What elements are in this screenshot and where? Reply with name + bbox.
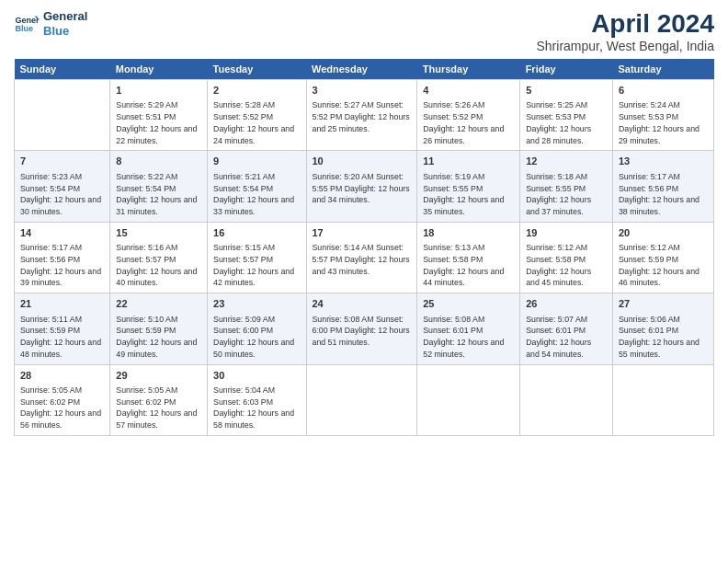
day-number: 23 [213, 297, 300, 311]
day-info: Sunrise: 5:19 AM Sunset: 5:55 PM Dayligh… [423, 171, 514, 218]
day-cell: 28Sunrise: 5:05 AM Sunset: 6:02 PM Dayli… [15, 364, 110, 435]
day-cell: 21Sunrise: 5:11 AM Sunset: 5:59 PM Dayli… [15, 293, 110, 364]
header-row: Sunday Monday Tuesday Wednesday Thursday… [15, 59, 714, 80]
svg-text:Blue: Blue [15, 24, 33, 33]
page: General Blue General Blue April 2024 Shr… [0, 0, 728, 563]
header: General Blue General Blue April 2024 Shr… [14, 9, 714, 53]
day-number: 5 [526, 84, 607, 98]
day-info: Sunrise: 5:05 AM Sunset: 6:02 PM Dayligh… [116, 385, 201, 431]
day-info: Sunrise: 5:07 AM Sunset: 6:01 PM Dayligh… [526, 314, 607, 361]
day-number: 22 [116, 297, 201, 311]
day-number: 11 [423, 155, 514, 168]
day-cell: 8Sunrise: 5:22 AM Sunset: 5:54 PM Daylig… [110, 151, 208, 222]
day-info: Sunrise: 5:27 AM Sunset: 5:52 PM Dayligh… [313, 99, 412, 134]
day-cell: 6Sunrise: 5:24 AM Sunset: 5:53 PM Daylig… [612, 80, 713, 151]
day-cell [417, 364, 520, 435]
calendar-table: Sunday Monday Tuesday Wednesday Thursday… [14, 59, 714, 436]
day-cell: 4Sunrise: 5:26 AM Sunset: 5:52 PM Daylig… [417, 80, 520, 151]
day-info: Sunrise: 5:15 AM Sunset: 5:57 PM Dayligh… [213, 242, 300, 289]
day-info: Sunrise: 5:09 AM Sunset: 6:00 PM Dayligh… [213, 314, 300, 361]
day-number: 2 [213, 84, 300, 98]
day-info: Sunrise: 5:08 AM Sunset: 6:00 PM Dayligh… [313, 314, 412, 349]
week-row-3: 14Sunrise: 5:17 AM Sunset: 5:56 PM Dayli… [15, 222, 714, 293]
week-row-2: 7Sunrise: 5:23 AM Sunset: 5:54 PM Daylig… [15, 151, 714, 222]
day-cell [15, 80, 110, 151]
day-info: Sunrise: 5:23 AM Sunset: 5:54 PM Dayligh… [20, 171, 104, 218]
day-cell: 17Sunrise: 5:14 AM Sunset: 5:57 PM Dayli… [306, 222, 417, 293]
day-cell: 15Sunrise: 5:16 AM Sunset: 5:57 PM Dayli… [110, 222, 208, 293]
day-info: Sunrise: 5:13 AM Sunset: 5:58 PM Dayligh… [423, 242, 514, 289]
col-monday: Monday [110, 59, 208, 80]
day-number: 29 [116, 369, 201, 383]
day-number: 30 [213, 369, 300, 383]
day-cell: 9Sunrise: 5:21 AM Sunset: 5:54 PM Daylig… [208, 151, 306, 222]
day-number: 14 [20, 226, 104, 240]
day-cell: 18Sunrise: 5:13 AM Sunset: 5:58 PM Dayli… [417, 222, 520, 293]
day-number: 19 [526, 226, 607, 240]
main-title: April 2024 [536, 9, 714, 39]
day-number: 28 [20, 369, 104, 383]
day-number: 20 [619, 226, 708, 240]
week-row-1: 1Sunrise: 5:29 AM Sunset: 5:51 PM Daylig… [15, 80, 714, 151]
day-cell: 29Sunrise: 5:05 AM Sunset: 6:02 PM Dayli… [110, 364, 208, 435]
day-info: Sunrise: 5:08 AM Sunset: 6:01 PM Dayligh… [423, 314, 514, 361]
day-cell: 1Sunrise: 5:29 AM Sunset: 5:51 PM Daylig… [110, 80, 208, 151]
day-info: Sunrise: 5:26 AM Sunset: 5:52 PM Dayligh… [423, 99, 514, 146]
day-number: 26 [526, 297, 607, 311]
week-row-5: 28Sunrise: 5:05 AM Sunset: 6:02 PM Dayli… [15, 364, 714, 435]
day-cell: 10Sunrise: 5:20 AM Sunset: 5:55 PM Dayli… [306, 151, 417, 222]
day-number: 10 [313, 155, 412, 168]
day-info: Sunrise: 5:25 AM Sunset: 5:53 PM Dayligh… [526, 99, 607, 146]
day-info: Sunrise: 5:06 AM Sunset: 6:01 PM Dayligh… [619, 314, 708, 361]
day-number: 16 [213, 226, 300, 240]
day-info: Sunrise: 5:10 AM Sunset: 5:59 PM Dayligh… [116, 314, 201, 361]
day-cell: 23Sunrise: 5:09 AM Sunset: 6:00 PM Dayli… [208, 293, 306, 364]
day-cell: 5Sunrise: 5:25 AM Sunset: 5:53 PM Daylig… [520, 80, 613, 151]
title-block: April 2024 Shrirampur, West Bengal, Indi… [536, 9, 714, 53]
day-cell: 7Sunrise: 5:23 AM Sunset: 5:54 PM Daylig… [15, 151, 110, 222]
day-cell: 13Sunrise: 5:17 AM Sunset: 5:56 PM Dayli… [612, 151, 713, 222]
day-info: Sunrise: 5:28 AM Sunset: 5:52 PM Dayligh… [213, 99, 300, 146]
day-cell: 19Sunrise: 5:12 AM Sunset: 5:58 PM Dayli… [520, 222, 613, 293]
col-thursday: Thursday [417, 59, 520, 80]
day-info: Sunrise: 5:05 AM Sunset: 6:02 PM Dayligh… [20, 385, 104, 431]
day-number: 6 [619, 84, 708, 98]
logo-name: General Blue [43, 9, 87, 38]
col-wednesday: Wednesday [306, 59, 417, 80]
day-info: Sunrise: 5:29 AM Sunset: 5:51 PM Dayligh… [116, 99, 201, 146]
day-info: Sunrise: 5:16 AM Sunset: 5:57 PM Dayligh… [116, 242, 201, 289]
day-info: Sunrise: 5:12 AM Sunset: 5:58 PM Dayligh… [526, 242, 607, 289]
day-number: 18 [423, 226, 514, 240]
day-cell: 30Sunrise: 5:04 AM Sunset: 6:03 PM Dayli… [208, 364, 306, 435]
day-info: Sunrise: 5:12 AM Sunset: 5:59 PM Dayligh… [619, 242, 708, 289]
day-cell: 27Sunrise: 5:06 AM Sunset: 6:01 PM Dayli… [612, 293, 713, 364]
col-friday: Friday [520, 59, 613, 80]
day-cell [306, 364, 417, 435]
day-cell [520, 364, 613, 435]
col-tuesday: Tuesday [208, 59, 306, 80]
day-info: Sunrise: 5:24 AM Sunset: 5:53 PM Dayligh… [619, 99, 708, 146]
day-number: 8 [116, 155, 201, 168]
logo-icon: General Blue [14, 11, 40, 37]
day-cell: 11Sunrise: 5:19 AM Sunset: 5:55 PM Dayli… [417, 151, 520, 222]
day-info: Sunrise: 5:22 AM Sunset: 5:54 PM Dayligh… [116, 171, 201, 218]
day-cell: 2Sunrise: 5:28 AM Sunset: 5:52 PM Daylig… [208, 80, 306, 151]
logo: General Blue General Blue [14, 9, 87, 38]
subtitle: Shrirampur, West Bengal, India [536, 39, 714, 53]
day-number: 1 [116, 84, 201, 98]
day-cell: 26Sunrise: 5:07 AM Sunset: 6:01 PM Dayli… [520, 293, 613, 364]
day-cell: 12Sunrise: 5:18 AM Sunset: 5:55 PM Dayli… [520, 151, 613, 222]
day-number: 27 [619, 297, 708, 311]
day-number: 17 [313, 226, 412, 240]
day-number: 13 [619, 155, 708, 168]
day-number: 21 [20, 297, 104, 311]
day-number: 3 [313, 84, 412, 98]
day-number: 4 [423, 84, 514, 98]
day-info: Sunrise: 5:14 AM Sunset: 5:57 PM Dayligh… [313, 242, 412, 277]
day-cell: 14Sunrise: 5:17 AM Sunset: 5:56 PM Dayli… [15, 222, 110, 293]
col-saturday: Saturday [612, 59, 713, 80]
week-row-4: 21Sunrise: 5:11 AM Sunset: 5:59 PM Dayli… [15, 293, 714, 364]
day-cell: 25Sunrise: 5:08 AM Sunset: 6:01 PM Dayli… [417, 293, 520, 364]
day-info: Sunrise: 5:21 AM Sunset: 5:54 PM Dayligh… [213, 171, 300, 218]
day-number: 7 [20, 155, 104, 168]
